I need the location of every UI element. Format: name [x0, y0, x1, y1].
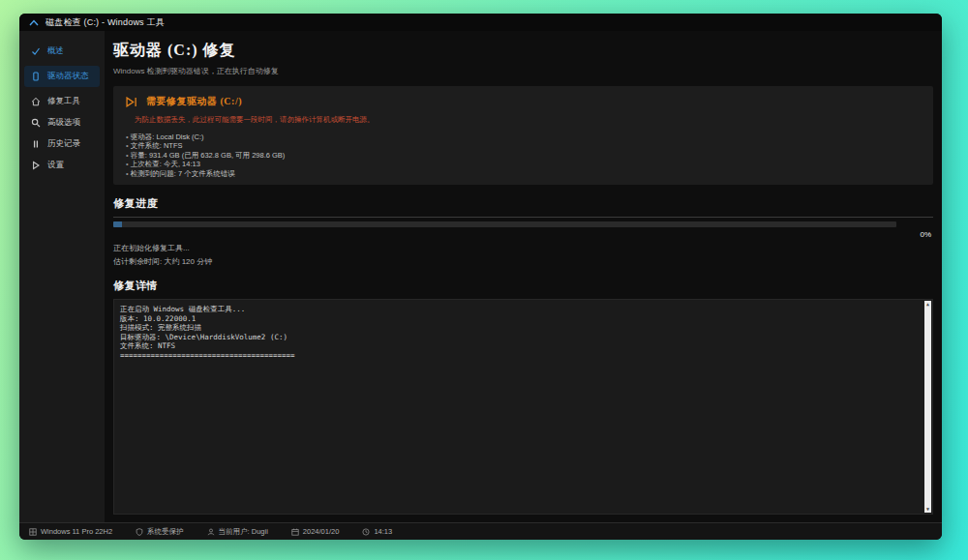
- status-bar: Windows 11 Pro 22H2 系统受保护 当前用户: Dugii 20…: [19, 522, 942, 540]
- status-label: Windows 11 Pro 22H2: [41, 527, 112, 536]
- status-label: 系统受保护: [147, 527, 184, 537]
- status-label: 14:13: [374, 527, 392, 536]
- log-line: 文件系统: NTFS: [120, 341, 919, 351]
- warning-message: 为防止数据丢失，此过程可能需要一段时间，请勿操作计算机或断开电源。: [135, 115, 921, 125]
- repair-warning-panel: 需要修复驱动器 (C:/) 为防止数据丢失，此过程可能需要一段时间，请勿操作计算…: [113, 86, 933, 185]
- status-current-user: 当前用户: Dugii: [207, 527, 268, 537]
- log-line: 正在启动 Windows 磁盘检查工具...: [120, 305, 919, 314]
- page-title: 驱动器 (C:) 修复: [113, 41, 933, 61]
- home-icon: [31, 97, 41, 106]
- sidebar-item-label: 历史记录: [47, 138, 80, 150]
- title-bar: 磁盘检查 (C:) - Windows 工具: [19, 14, 942, 31]
- chevron-up-icon[interactable]: [29, 18, 39, 27]
- sidebar-item-label: 驱动器状态: [47, 71, 89, 82]
- status-protection: 系统受保护: [136, 527, 184, 537]
- sidebar-item-overview[interactable]: 概述: [19, 41, 105, 62]
- shield-icon: [136, 528, 143, 536]
- page-subtitle: Windows 检测到驱动器错误，正在执行自动修复: [113, 66, 933, 76]
- sidebar-item-label: 高级选项: [47, 117, 80, 129]
- disk-check-window: 磁盘检查 (C:) - Windows 工具 概述 驱动器状态 修复工具: [19, 14, 942, 540]
- drive-info-item: 上次检查: 今天, 14:13: [126, 160, 921, 168]
- console-scrollbar[interactable]: ▲ ▼: [924, 301, 931, 513]
- sidebar-item-advanced-options[interactable]: 高级选项: [19, 112, 105, 133]
- progress-section-title: 修复进度: [113, 196, 933, 211]
- repair-alert-icon: [126, 97, 137, 107]
- status-label: 2024/01/20: [303, 527, 340, 536]
- check-icon: [31, 46, 41, 56]
- log-line: 扫描模式: 完整系统扫描: [120, 323, 919, 333]
- progress-eta-text: 估计剩余时间: 大约 120 分钟: [113, 256, 933, 267]
- drive-info-item: 文件系统: NTFS: [126, 141, 921, 150]
- drive-info-item: 检测到的问题: 7 个文件系统错误: [126, 169, 921, 178]
- search-icon: [31, 118, 41, 128]
- sidebar-item-label: 设置: [47, 160, 64, 171]
- progress-percent: 0%: [113, 230, 933, 239]
- sidebar-item-repair-tools[interactable]: 修复工具: [19, 91, 105, 112]
- warning-title: 需要修复驱动器 (C:/): [146, 95, 242, 108]
- log-line: 版本: 10.0.22000.1: [120, 314, 919, 324]
- drive-icon: [31, 72, 41, 81]
- repair-log-console[interactable]: 正在启动 Windows 磁盘检查工具... 版本: 10.0.22000.1 …: [113, 299, 933, 515]
- main-content: 驱动器 (C:) 修复 Windows 检测到驱动器错误，正在执行自动修复 需要…: [105, 31, 942, 522]
- divider: [113, 217, 933, 218]
- drive-info-item: 驱动器: Local Disk (C:): [126, 133, 921, 141]
- progress-status-text: 正在初始化修复工具...: [113, 243, 933, 253]
- windows-icon: [29, 528, 37, 536]
- status-date: 2024/01/20: [291, 527, 340, 536]
- sidebar-item-settings[interactable]: 设置: [19, 155, 105, 176]
- clock-icon: [362, 528, 370, 536]
- sidebar: 概述 驱动器状态 修复工具 高级选项: [19, 31, 105, 522]
- status-os-version: Windows 11 Pro 22H2: [29, 527, 112, 536]
- status-label: 当前用户: Dugii: [219, 527, 268, 537]
- drive-info-item: 容量: 931.4 GB (已用 632.8 GB, 可用 298.6 GB): [126, 151, 921, 160]
- sidebar-item-history[interactable]: 历史记录: [19, 133, 105, 155]
- user-icon: [207, 528, 215, 536]
- log-line: 目标驱动器: \Device\HarddiskVolume2 (C:): [120, 333, 919, 342]
- sidebar-item-label: 修复工具: [47, 96, 80, 107]
- status-time: 14:13: [362, 527, 392, 536]
- drive-info-list: 驱动器: Local Disk (C:) 文件系统: NTFS 容量: 931.…: [126, 133, 921, 178]
- scroll-down-icon[interactable]: ▼: [926, 506, 929, 513]
- window-title: 磁盘检查 (C:) - Windows 工具: [45, 16, 165, 29]
- history-icon: [31, 139, 41, 149]
- scroll-up-icon[interactable]: ▲: [926, 301, 929, 308]
- settings-icon: [31, 161, 41, 170]
- log-line: ========================================: [120, 351, 919, 361]
- details-section-title: 修复详情: [113, 279, 933, 293]
- progress-fill: [113, 221, 122, 227]
- repair-progress-bar: [113, 221, 896, 227]
- calendar-icon: [291, 528, 299, 536]
- sidebar-item-drive-status[interactable]: 驱动器状态: [24, 66, 100, 87]
- sidebar-item-label: 概述: [47, 45, 64, 57]
